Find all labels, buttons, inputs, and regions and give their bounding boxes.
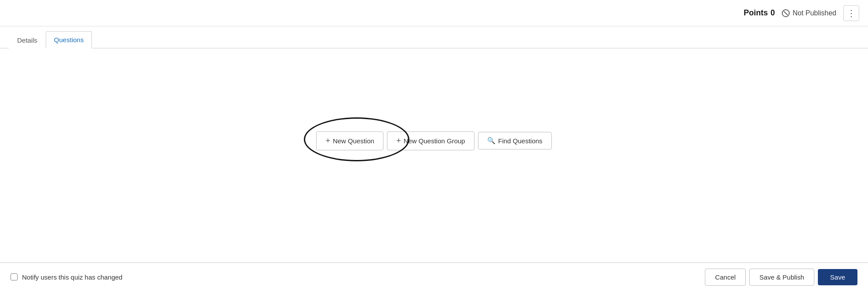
footer-actions: Cancel Save & Publish Save	[705, 269, 857, 286]
find-questions-label: Find Questions	[498, 137, 543, 145]
search-icon: 🔍	[487, 137, 496, 145]
notify-container: Notify users this quiz has changed	[11, 273, 700, 281]
main-content: + New Question + New Question Group 🔍 Fi…	[0, 48, 868, 233]
save-publish-button[interactable]: Save & Publish	[749, 269, 814, 286]
not-published-label: Not Published	[792, 9, 836, 17]
find-questions-button[interactable]: 🔍 Find Questions	[478, 132, 552, 149]
new-question-plus-icon: +	[325, 136, 330, 146]
notify-checkbox[interactable]	[11, 273, 18, 280]
points-value: 0	[770, 8, 775, 18]
tabs-bar: Details Questions	[0, 26, 868, 48]
kebab-menu-button[interactable]: ⋮	[843, 5, 859, 21]
cancel-button[interactable]: Cancel	[705, 269, 746, 286]
header-bar: Points 0 Not Published ⋮	[0, 0, 868, 26]
points-group: Points 0	[744, 8, 775, 18]
notify-label: Notify users this quiz has changed	[22, 273, 122, 281]
points-label: Points	[744, 8, 768, 18]
not-published-status: Not Published	[782, 9, 836, 17]
save-button[interactable]: Save	[818, 269, 857, 285]
new-question-label: New Question	[333, 137, 374, 145]
new-question-group-plus-icon: +	[396, 136, 401, 146]
footer-bar: Notify users this quiz has changed Cance…	[0, 262, 868, 291]
new-question-group-button[interactable]: + New Question Group	[387, 131, 474, 150]
new-question-group-label: New Question Group	[404, 137, 465, 145]
not-published-icon	[782, 9, 790, 17]
buttons-row: + New Question + New Question Group 🔍 Fi…	[316, 131, 551, 150]
tab-questions[interactable]: Questions	[46, 31, 92, 48]
tab-details[interactable]: Details	[9, 32, 46, 48]
new-question-button[interactable]: + New Question	[316, 131, 383, 150]
